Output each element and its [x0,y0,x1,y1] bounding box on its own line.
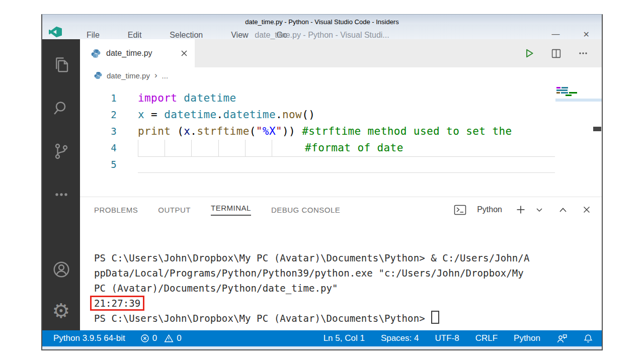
line-number: 1 [80,90,138,107]
status-bar: Python 3.9.5 64-bit 0 0 Ln 5, Col 1Space… [42,330,602,346]
line-number: 4 [80,140,138,156]
bottom-panel: PROBLEMSOUTPUTTERMINALDEBUG CONSOLE Pyth… [80,197,602,330]
code-line-5[interactable]: 5 [80,156,602,173]
tab-label: date_time.py [106,49,175,58]
menu-selection[interactable]: Selection [170,31,203,39]
breadcrumb-file[interactable]: date_time.py [107,71,150,80]
panel-tabs: PROBLEMSOUTPUTTERMINALDEBUG CONSOLE [94,204,360,216]
line-number: 3 [80,123,138,140]
minimize-button[interactable]: — [552,30,560,39]
editor-more-actions-icon[interactable] [578,48,589,59]
terminal-line: PS C:\Users\John\Dropbox\My PC (Avatar)\… [94,250,602,265]
menu-view[interactable]: View [231,31,248,39]
panel-header: PROBLEMSOUTPUTTERMINALDEBUG CONSOLE Pyth… [80,197,602,222]
search-icon[interactable] [42,86,80,130]
code-line-3[interactable]: 3print (x.strftime("%X")) #strftime meth… [80,123,602,140]
warning-count: 0 [177,333,181,343]
editor-tab-bar: date_time.py [80,39,602,67]
tab-close-icon[interactable] [181,50,188,57]
breadcrumb-tail[interactable]: ... [162,71,169,80]
minimap-slider[interactable] [555,99,602,102]
tab-date-time-py[interactable]: date_time.py [80,39,195,67]
code-line-4[interactable]: 4#format of date [80,140,602,156]
warning-icon [164,334,174,343]
terminal-dropdown-chevron-icon[interactable] [536,208,542,212]
panel-tab-terminal[interactable]: TERMINAL [211,204,251,216]
status-bar-right: Ln 5, Col 1Spaces: 4UTF-8CRLFPython [324,333,593,343]
explorer-icon[interactable] [42,43,80,86]
terminal-line: PS C:\Users\John\Dropbox\My PC (Avatar)\… [94,311,602,326]
line-number: 5 [80,156,138,173]
status-spaces-4[interactable]: Spaces: 4 [381,333,419,343]
window-bottom-strip [42,346,602,349]
menu-bar: FileEditSelectionViewGo date_time.py - P… [42,24,602,39]
terminal-line: ppData/Local/Programs/Python/Python39/py… [94,265,602,281]
terminal-line: PC (Avatar)/Documents/Python/date_time.p… [94,281,602,296]
menu-bar-faded-title: date_time.py - Python - Visual Studi... [255,31,389,39]
python-file-icon [91,49,101,58]
panel-tab-problems[interactable]: PROBLEMS [94,206,138,214]
error-count: 0 [152,333,157,343]
terminal-shell-icon [454,205,466,215]
status-right-items: Ln 5, Col 1Spaces: 4UTF-8CRLFPython [324,333,540,343]
new-terminal-icon[interactable] [516,205,526,215]
breadcrumb[interactable]: date_time.py › ... [80,67,602,83]
breadcrumb-separator: › [154,70,157,80]
panel-tab-output[interactable]: OUTPUT [158,206,191,214]
code-line-2[interactable]: 2x = datetime.datetime.now() [80,107,602,123]
close-panel-icon[interactable] [583,206,591,214]
split-editor-icon[interactable] [551,48,561,59]
run-python-file-icon[interactable] [524,48,535,59]
status-ln-5-col-1[interactable]: Ln 5, Col 1 [324,333,365,343]
status-utf-8[interactable]: UTF-8 [435,333,459,343]
line-number: 2 [80,107,138,123]
code-editor[interactable]: 1import datetime2x = datetime.datetime.n… [80,83,602,197]
python-file-icon [94,71,102,79]
python-interpreter-status[interactable]: Python 3.9.5 64-bit [53,333,125,343]
scrollbar-marker[interactable] [593,127,601,131]
menu-edit[interactable]: Edit [128,31,142,39]
title-bar: date_time.py - Python - Visual Studio Co… [42,15,602,39]
maximize-panel-icon[interactable] [559,207,567,213]
status-python[interactable]: Python [514,333,540,343]
vscode-window: date_time.py - Python - Visual Studio Co… [41,14,603,350]
source-control-icon[interactable] [42,130,80,173]
close-window-button[interactable]: ✕ [583,30,590,39]
code-lines: 1import datetime2x = datetime.datetime.n… [80,90,602,173]
highlighted-output: 21:27:39 [90,296,144,311]
menu-file[interactable]: File [87,31,100,39]
terminal-line: 21:27:39 [94,296,602,311]
more-views-icon[interactable] [42,173,80,216]
accounts-icon[interactable] [42,248,80,291]
terminal-output[interactable]: PS C:\Users\John\Dropbox\My PC (Avatar)\… [80,222,602,330]
terminal-shell-label[interactable]: Python [477,205,502,214]
settings-gear-icon[interactable]: ⚙ [42,291,80,330]
error-icon [140,334,149,343]
panel-tab-debug-console[interactable]: DEBUG CONSOLE [271,206,340,214]
window-controls: — ✕ [552,30,590,39]
vscode-insiders-logo-icon [49,26,62,38]
activity-bar: ⚙ [42,39,80,330]
code-line-1[interactable]: 1import datetime [80,90,602,107]
status-crlf[interactable]: CRLF [475,333,498,343]
terminal-cursor [431,311,439,324]
minimap[interactable] [555,86,585,97]
window-title: date_time.py - Python - Visual Studio Co… [42,18,602,26]
feedback-icon[interactable] [556,334,568,343]
problems-status[interactable]: 0 0 [140,333,186,343]
notifications-bell-icon[interactable] [584,334,593,343]
